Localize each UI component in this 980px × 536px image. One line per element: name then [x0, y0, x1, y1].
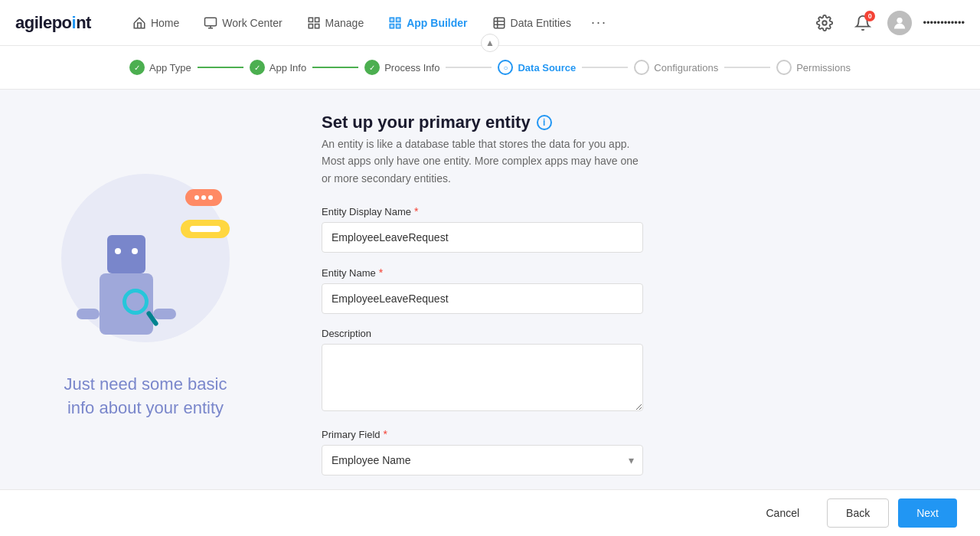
- primary-field-label: Primary Field *: [322, 428, 934, 440]
- magnifier: [122, 289, 161, 327]
- primary-field-required: *: [384, 428, 387, 440]
- more-nav-button[interactable]: ···: [585, 8, 613, 37]
- step-circle-process-info: ✓: [364, 60, 380, 75]
- svg-rect-3: [309, 18, 312, 21]
- step-label-app-info: App Info: [270, 62, 306, 74]
- entity-display-name-group: Entity Display Name *: [322, 205, 934, 253]
- description-group: Description: [322, 328, 934, 414]
- chat-bubble-1: [185, 189, 222, 206]
- svg-rect-9: [390, 24, 394, 28]
- wizard-step-permissions[interactable]: Permissions: [776, 60, 851, 75]
- nav-app-builder-label: App Builder: [407, 17, 467, 29]
- app-builder-icon: [388, 16, 402, 30]
- settings-icon: [816, 15, 833, 31]
- entity-name-group: Entity Name *: [322, 266, 934, 314]
- settings-icon-button[interactable]: [811, 9, 838, 37]
- main-content: Just need some basic info about your ent…: [0, 90, 980, 489]
- nav-item-manage[interactable]: Manage: [296, 10, 375, 36]
- logo-text: agilepoint: [15, 13, 91, 33]
- robot-head: [107, 235, 145, 273]
- entity-display-name-input[interactable]: [322, 222, 643, 253]
- description-label: Description: [322, 328, 934, 339]
- data-entities-icon: [492, 16, 506, 30]
- magnifier-handle: [145, 310, 159, 326]
- wizard-step-data-source[interactable]: ○ Data Source: [498, 60, 576, 75]
- chat-dot-1: [194, 195, 199, 200]
- entity-display-name-label: Entity Display Name *: [322, 205, 934, 217]
- nav-home-label: Home: [151, 17, 179, 29]
- svg-rect-5: [309, 24, 312, 28]
- wizard-steps: ✓ App Type ✓ App Info ✓ Process Info ○ D…: [129, 46, 851, 89]
- wizard-step-configurations[interactable]: Configurations: [634, 60, 718, 75]
- illustration-caption: Just need some basic info about your ent…: [64, 373, 227, 420]
- step-circle-configurations: [634, 60, 649, 75]
- logo[interactable]: agilepoint: [15, 13, 91, 33]
- description-input[interactable]: [322, 344, 643, 411]
- entity-name-required: *: [379, 266, 383, 279]
- nav-item-work-center[interactable]: Work Center: [193, 10, 292, 36]
- step-circle-app-type: ✓: [129, 60, 145, 75]
- nav-right: 0 ••••••••••••: [811, 9, 965, 37]
- illustration: [46, 159, 245, 358]
- back-button[interactable]: Back: [827, 498, 889, 528]
- form-title: Set up your primary entity i: [322, 113, 934, 132]
- manage-icon: [307, 16, 321, 30]
- step-label-data-source: Data Source: [518, 62, 576, 74]
- user-name: ••••••••••••: [923, 17, 965, 28]
- step-connector-4: [582, 67, 628, 68]
- entity-display-name-required: *: [414, 205, 418, 217]
- user-avatar[interactable]: [887, 11, 912, 35]
- footer: Cancel Back Next: [0, 489, 980, 536]
- svg-rect-0: [205, 18, 217, 26]
- step-connector-1: [198, 67, 243, 68]
- nav-item-data-entities[interactable]: Data Entities: [482, 10, 582, 36]
- wizard-step-app-info[interactable]: ✓ App Info: [250, 60, 306, 75]
- primary-field-select-wrapper: Employee Name Employee ID Leave Type Sta…: [322, 445, 643, 476]
- step-circle-data-source: ○: [498, 60, 513, 75]
- svg-rect-7: [390, 18, 394, 21]
- wizard-toggle-button[interactable]: ▲: [481, 34, 499, 52]
- step-circle-permissions: [776, 60, 792, 75]
- primary-field-group: Primary Field * Employee Name Employee I…: [322, 428, 934, 476]
- magnifier-circle: [122, 289, 149, 315]
- wizard-step-process-info[interactable]: ✓ Process Info: [364, 60, 439, 75]
- form-description: An entity is like a database table that …: [322, 136, 643, 187]
- nav-work-center-label: Work Center: [222, 17, 282, 29]
- form-info-icon[interactable]: i: [537, 115, 552, 130]
- entity-name-label: Entity Name *: [322, 266, 934, 279]
- svg-rect-10: [397, 24, 400, 28]
- svg-point-15: [823, 21, 828, 25]
- nav-items: Home Work Center Manage App Builder Data…: [122, 8, 811, 37]
- nav-data-entities-label: Data Entities: [511, 17, 571, 29]
- wizard-step-app-type[interactable]: ✓ App Type: [129, 60, 191, 75]
- chat-dot-3: [208, 195, 213, 200]
- left-panel: Just need some basic info about your ent…: [0, 90, 291, 489]
- step-connector-5: [724, 67, 770, 68]
- step-label-configurations: Configurations: [654, 62, 718, 74]
- notification-button[interactable]: 0: [849, 9, 877, 37]
- svg-rect-6: [315, 24, 318, 28]
- wizard-bar: ▲ ✓ App Type ✓ App Info ✓ Process Info ○…: [0, 46, 980, 90]
- step-connector-3: [446, 67, 492, 68]
- step-connector-2: [312, 67, 358, 68]
- svg-rect-8: [397, 18, 400, 21]
- avatar-icon: [892, 15, 907, 31]
- notification-badge: 0: [864, 11, 875, 21]
- chat-dot-2: [201, 195, 206, 200]
- cancel-button[interactable]: Cancel: [747, 498, 818, 528]
- nav-item-home[interactable]: Home: [122, 10, 190, 36]
- nav-manage-label: Manage: [325, 17, 364, 29]
- step-label-permissions: Permissions: [796, 62, 851, 74]
- nav-item-app-builder[interactable]: App Builder: [377, 10, 478, 36]
- next-button[interactable]: Next: [898, 498, 957, 528]
- chat-bubble-2: [181, 220, 230, 238]
- step-circle-app-info: ✓: [250, 60, 265, 75]
- primary-field-select[interactable]: Employee Name Employee ID Leave Type Sta…: [322, 445, 643, 476]
- entity-name-input[interactable]: [322, 283, 643, 314]
- home-icon: [132, 16, 146, 30]
- svg-rect-11: [494, 18, 505, 28]
- step-label-app-type: App Type: [149, 62, 191, 74]
- chat-bubble-text: [190, 226, 220, 232]
- svg-point-16: [897, 18, 903, 23]
- work-center-icon: [204, 16, 217, 30]
